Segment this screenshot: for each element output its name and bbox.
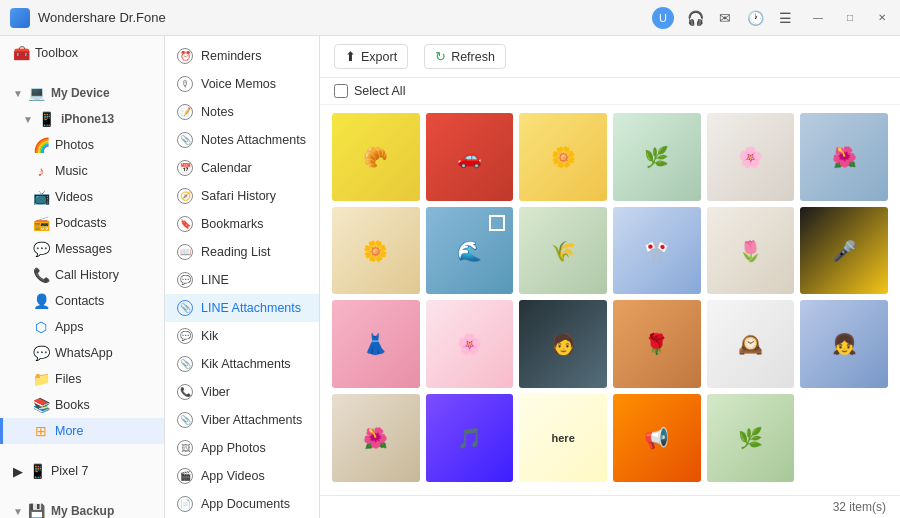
photo-grid: 🥐 🚗 🌼 🌿 🌸 🌺 [320, 105, 900, 495]
photo-cell[interactable]: 🌷 [707, 207, 795, 295]
kik-icon: 💬 [177, 328, 193, 344]
user-avatar[interactable]: U [652, 7, 674, 29]
photo-cell[interactable]: 👗 [332, 300, 420, 388]
sidebar-item-podcasts[interactable]: 📻 Podcasts [0, 210, 164, 236]
podcasts-icon: 📻 [33, 215, 49, 231]
photo-cell[interactable]: 🕰️ [707, 300, 795, 388]
app-documents-icon: 📄 [177, 496, 193, 512]
status-bar: 32 item(s) [320, 495, 900, 518]
nav-item-calendar[interactable]: 📅 Calendar [165, 154, 319, 182]
photo-cell[interactable]: 🌸 [707, 113, 795, 201]
photo-cell[interactable]: 🧑 [519, 300, 607, 388]
nav-item-notes-attachments[interactable]: 📎 Notes Attachments [165, 126, 319, 154]
photo-cell[interactable]: 👧 [800, 300, 888, 388]
safari-icon: 🧭 [177, 188, 193, 204]
photo-cell[interactable]: 🌿 [613, 113, 701, 201]
sidebar-item-books[interactable]: 📚 Books [0, 392, 164, 418]
toolbox-icon: 🧰 [13, 45, 29, 61]
sidebar-item-callhistory[interactable]: 📞 Call History [0, 262, 164, 288]
nav-item-safari-history[interactable]: 🧭 Safari History [165, 182, 319, 210]
books-icon: 📚 [33, 397, 49, 413]
sidebar-item-pixel7[interactable]: ▶ 📱 Pixel 7 [0, 458, 164, 484]
apps-icon: ⬡ [33, 319, 49, 335]
pixel7-icon: 📱 [29, 463, 45, 479]
notes-icon: 📝 [177, 104, 193, 120]
nav-item-viber[interactable]: 📞 Viber [165, 378, 319, 406]
select-all-checkbox[interactable] [334, 84, 348, 98]
headset-icon[interactable]: 🎧 [686, 9, 704, 27]
photo-cell[interactable]: 🌿 [707, 394, 795, 482]
viber-icon: 📞 [177, 384, 193, 400]
sidebar-item-contacts[interactable]: 👤 Contacts [0, 288, 164, 314]
photo-cell[interactable]: 🌼 [519, 113, 607, 201]
nav-item-app-photos[interactable]: 🖼 App Photos [165, 434, 319, 462]
bookmarks-icon: 🔖 [177, 216, 193, 232]
nav-item-voice-memos[interactable]: 🎙 Voice Memos [165, 70, 319, 98]
photo-cell[interactable]: 🌹 [613, 300, 701, 388]
photo-cell[interactable]: 🌺 [332, 394, 420, 482]
sidebar-item-apps[interactable]: ⬡ Apps [0, 314, 164, 340]
sidebar-item-files[interactable]: 📁 Files [0, 366, 164, 392]
pixel7-expand-icon: ▶ [13, 464, 23, 479]
nav-item-app-documents[interactable]: 📄 App Documents [165, 490, 319, 518]
nav-item-line[interactable]: 💬 LINE [165, 266, 319, 294]
photo-cell[interactable]: 🚗 [426, 113, 514, 201]
kik-attachments-icon: 📎 [177, 356, 193, 372]
photo-cell[interactable]: 🌼 [332, 207, 420, 295]
nav-item-app-videos[interactable]: 🎬 App Videos [165, 462, 319, 490]
app-videos-icon: 🎬 [177, 468, 193, 484]
refresh-button[interactable]: ↻ Refresh [424, 44, 506, 69]
sidebar-item-photos[interactable]: 🌈 Photos [0, 132, 164, 158]
videos-icon: 📺 [33, 189, 49, 205]
nav-item-bookmarks[interactable]: 🔖 Bookmarks [165, 210, 319, 238]
photo-cell[interactable]: 🎌 [613, 207, 701, 295]
app-photos-icon: 🖼 [177, 440, 193, 456]
sidebar-section-mybackup: ▼ 💾 My Backup 📱 iPhone13 03/14 📱 iPhone … [0, 494, 164, 518]
photo-cell[interactable]: 🎤 [800, 207, 888, 295]
photo-cell[interactable]: 🥐 [332, 113, 420, 201]
nav-item-viber-attachments[interactable]: 📎 Viber Attachments [165, 406, 319, 434]
sidebar-item-toolbox[interactable]: 🧰 Toolbox [0, 40, 164, 66]
photo-cell[interactable]: here [519, 394, 607, 482]
history-icon[interactable]: 🕐 [746, 9, 764, 27]
photo-cell[interactable]: 🌊 [426, 207, 514, 295]
sidebar-item-mydevice[interactable]: ▼ 💻 My Device [0, 80, 164, 106]
photo-cell[interactable]: 🌾 [519, 207, 607, 295]
expand-icon-iphone13: ▼ [23, 114, 33, 125]
minimize-button[interactable]: — [810, 10, 826, 26]
nav-item-reading-list[interactable]: 📖 Reading List [165, 238, 319, 266]
refresh-icon: ↻ [435, 49, 446, 64]
photo-cell[interactable]: 🎵 [426, 394, 514, 482]
app-title: Wondershare Dr.Fone [38, 10, 652, 25]
viber-attachments-icon: 📎 [177, 412, 193, 428]
export-icon: ⬆ [345, 49, 356, 64]
photo-cell[interactable]: 🌸 [426, 300, 514, 388]
mail-icon[interactable]: ✉ [716, 9, 734, 27]
sidebar-item-videos[interactable]: 📺 Videos [0, 184, 164, 210]
files-icon: 📁 [33, 371, 49, 387]
nav-item-reminders[interactable]: ⏰ Reminders [165, 42, 319, 70]
sidebar-item-whatsapp[interactable]: 💬 WhatsApp [0, 340, 164, 366]
messages-icon: 💬 [33, 241, 49, 257]
nav-item-kik[interactable]: 💬 Kik [165, 322, 319, 350]
nav-item-notes[interactable]: 📝 Notes [165, 98, 319, 126]
maximize-button[interactable]: □ [842, 10, 858, 26]
sidebar: 🧰 Toolbox ▼ 💻 My Device ▼ 📱 iPhone13 🌈 P… [0, 36, 165, 518]
photo-cell[interactable]: 📢 [613, 394, 701, 482]
sidebar-item-more[interactable]: ⊞ More [0, 418, 164, 444]
sidebar-item-music[interactable]: ♪ Music [0, 158, 164, 184]
contacts-icon: 👤 [33, 293, 49, 309]
photo-cell[interactable]: 🌺 [800, 113, 888, 201]
nav-item-kik-attachments[interactable]: 📎 Kik Attachments [165, 350, 319, 378]
export-button[interactable]: ⬆ Export [334, 44, 408, 69]
close-button[interactable]: ✕ [874, 10, 890, 26]
select-all-label: Select All [354, 84, 405, 98]
menu-icon[interactable]: ☰ [776, 9, 794, 27]
expand-icon: ▼ [13, 88, 23, 99]
sidebar-item-messages[interactable]: 💬 Messages [0, 236, 164, 262]
nav-item-line-attachments[interactable]: 📎 LINE Attachments [165, 294, 319, 322]
sidebar-item-iphone13-header[interactable]: ▼ 📱 iPhone13 [0, 106, 164, 132]
select-all-area: Select All [320, 78, 900, 105]
sidebar-item-mybackup[interactable]: ▼ 💾 My Backup [0, 498, 164, 518]
mybackup-expand-icon: ▼ [13, 506, 23, 517]
